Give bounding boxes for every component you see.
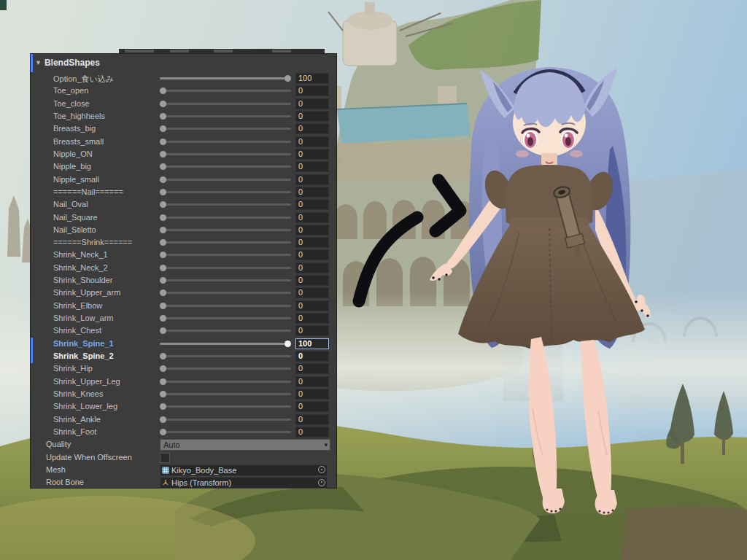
blendshape-slider[interactable] <box>160 90 291 92</box>
blendshape-slider[interactable] <box>160 305 291 307</box>
slider-knob[interactable] <box>160 327 166 334</box>
blendshape-slider[interactable] <box>160 217 291 219</box>
blendshape-value-field[interactable]: 0 <box>295 363 329 374</box>
blendshape-value-field[interactable]: 0 <box>295 174 329 185</box>
blendshape-value-field[interactable]: 0 <box>295 401 329 412</box>
quality-dropdown[interactable]: Auto ▾ <box>160 439 330 451</box>
blendshape-slider[interactable] <box>160 393 291 395</box>
slider-knob[interactable] <box>160 289 166 296</box>
object-picker-icon[interactable] <box>318 466 325 473</box>
blendshape-value-field[interactable]: 0 <box>295 212 329 223</box>
slider-knob[interactable] <box>160 252 166 258</box>
blendshape-value-field[interactable]: 0 <box>295 414 329 425</box>
blendshape-label: Nipple_small <box>53 175 99 184</box>
blendshape-row: Nail_Square0 <box>31 211 336 224</box>
blendshape-slider[interactable] <box>160 254 291 256</box>
blendshape-slider[interactable] <box>160 267 291 269</box>
slider-knob[interactable] <box>160 151 166 158</box>
slider-knob[interactable] <box>160 139 166 145</box>
blendshape-slider[interactable] <box>160 179 291 181</box>
blendshape-value-field[interactable]: 0 <box>295 85 329 96</box>
blendshape-value-field[interactable]: 0 <box>295 237 329 248</box>
root-bone-row: Root Bone Hips (Transform) <box>31 476 336 489</box>
blendshape-label: Breasts_small <box>53 137 104 146</box>
blendshape-value-field[interactable]: 0 <box>295 136 329 147</box>
slider-knob[interactable] <box>160 429 166 435</box>
blendshape-value-field[interactable]: 0 <box>295 199 329 210</box>
blendshape-slider[interactable] <box>160 103 291 105</box>
blendshapes-section-header: ▼ BlendShapes <box>35 57 100 69</box>
update-when-offscreen-checkbox[interactable] <box>160 453 170 463</box>
blendshape-slider[interactable] <box>160 191 291 193</box>
blendshape-value-field[interactable]: 0 <box>295 262 329 273</box>
blendshape-value-field[interactable]: 0 <box>295 389 329 400</box>
slider-knob[interactable] <box>160 239 166 246</box>
slider-knob[interactable] <box>160 227 166 233</box>
blendshape-value-field[interactable]: 0 <box>295 427 329 438</box>
blendshape-value-field[interactable]: 0 <box>295 149 329 160</box>
slider-knob[interactable] <box>160 365 166 372</box>
object-picker-icon[interactable] <box>318 479 325 486</box>
blendshape-slider[interactable] <box>160 419 291 421</box>
blendshape-value-field[interactable]: 0 <box>295 300 329 311</box>
slider-knob[interactable] <box>160 214 166 221</box>
slider-knob[interactable] <box>160 315 166 322</box>
slider-knob[interactable] <box>160 403 166 410</box>
slider-knob[interactable] <box>285 75 291 82</box>
blendshape-slider[interactable] <box>160 141 291 143</box>
blendshape-label: Shrink_Foot <box>53 427 96 436</box>
blendshape-slider[interactable] <box>160 203 291 206</box>
blendshape-slider[interactable] <box>160 317 291 319</box>
blendshape-slider[interactable] <box>160 279 291 281</box>
blendshape-value-field[interactable]: 0 <box>295 98 329 109</box>
blendshape-slider[interactable] <box>160 405 291 408</box>
blendshape-value-field[interactable]: 0 <box>295 225 329 236</box>
blendshape-slider[interactable] <box>160 330 291 332</box>
slider-knob[interactable] <box>160 189 166 195</box>
blendshape-slider[interactable] <box>160 229 291 231</box>
root-bone-object-field[interactable]: Hips (Transform) <box>160 477 328 489</box>
blendshape-slider[interactable] <box>160 292 291 294</box>
slider-knob[interactable] <box>160 378 166 385</box>
blendshape-slider[interactable] <box>160 355 291 357</box>
slider-knob[interactable] <box>160 391 166 397</box>
blendshape-value-field[interactable]: 0 <box>295 287 329 298</box>
foldout-triangle-icon[interactable]: ▼ <box>35 60 42 66</box>
blendshape-slider[interactable] <box>160 381 291 383</box>
slider-knob[interactable] <box>160 176 166 183</box>
blendshape-value-field[interactable]: 0 <box>295 123 329 134</box>
blendshape-slider[interactable] <box>160 166 291 168</box>
blendshape-slider[interactable] <box>160 368 291 370</box>
slider-knob[interactable] <box>160 277 166 284</box>
slider-knob[interactable] <box>160 88 166 94</box>
blendshape-slider[interactable] <box>160 115 291 117</box>
blendshape-slider[interactable] <box>160 128 291 130</box>
blendshape-value-field[interactable]: 0 <box>295 325 329 336</box>
blendshape-slider[interactable] <box>160 431 291 433</box>
blendshape-value-field[interactable]: 100 <box>295 73 329 84</box>
blendshape-value-field[interactable]: 0 <box>295 187 329 198</box>
slider-knob[interactable] <box>160 163 166 170</box>
slider-knob[interactable] <box>160 125 166 132</box>
blendshape-value-field[interactable]: 0 <box>295 376 329 387</box>
slider-knob[interactable] <box>160 303 166 309</box>
blendshape-slider[interactable] <box>160 77 291 79</box>
slider-knob[interactable] <box>160 353 166 359</box>
blendshape-value-field[interactable]: 0 <box>295 161 329 172</box>
blendshape-slider[interactable] <box>160 241 291 244</box>
slider-knob[interactable] <box>160 113 166 120</box>
blendshape-slider[interactable] <box>160 343 291 345</box>
blendshape-value-field[interactable]: 0 <box>295 351 329 362</box>
slider-knob[interactable] <box>160 416 166 423</box>
blendshape-value-field[interactable]: 0 <box>295 313 329 324</box>
blendshape-value-field[interactable]: 0 <box>295 111 329 122</box>
slider-knob[interactable] <box>160 101 166 107</box>
slider-knob[interactable] <box>285 341 291 347</box>
blendshape-slider[interactable] <box>160 153 291 155</box>
blendshape-value-field[interactable]: 100 <box>295 338 329 349</box>
blendshape-value-field[interactable]: 0 <box>295 249 329 260</box>
slider-knob[interactable] <box>160 265 166 271</box>
mesh-object-field[interactable]: Kikyo_Body_Base <box>160 464 328 476</box>
blendshape-value-field[interactable]: 0 <box>295 275 329 286</box>
slider-knob[interactable] <box>160 201 166 208</box>
